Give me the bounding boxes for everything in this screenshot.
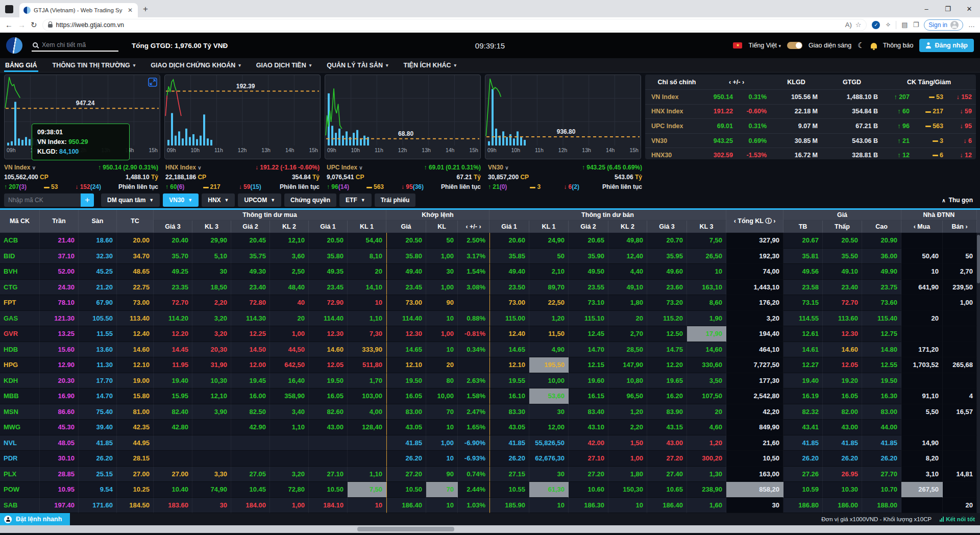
split-screen-icon[interactable]: ❐ bbox=[913, 21, 919, 29]
browser-signin-button[interactable]: Sign in bbox=[924, 19, 963, 31]
board-tab-etf[interactable]: ETF▼ bbox=[339, 193, 372, 207]
nav-item-thông-tin-thị-trường[interactable]: THÔNG TIN THỊ TRƯỜNG▾ bbox=[53, 58, 136, 72]
index-name-selector[interactable]: HNX Index ∨ bbox=[165, 164, 202, 171]
nav-item-giao-dịch-chứng-khoán[interactable]: GIAO DỊCH CHỨNG KHOÁN▾ bbox=[151, 58, 240, 72]
table-row-gas[interactable]: GAS121.30105.50113.40114.203,20114.30201… bbox=[0, 311, 980, 327]
table-row-gvr[interactable]: GVR13.2511.5512.4012.203,2012.251,0012.3… bbox=[0, 326, 980, 342]
window-close-button[interactable]: ✕ bbox=[959, 5, 980, 13]
subheader-0[interactable]: Giá 3 bbox=[154, 221, 192, 233]
table-row-bid[interactable]: BID37.1032.3034.7035.705,1035.753,6035.8… bbox=[0, 249, 980, 264]
collections-icon[interactable]: ▤ bbox=[901, 21, 908, 29]
subheader-2[interactable]: Giá 2 bbox=[231, 221, 270, 233]
table-row-mbb[interactable]: MBB16.9014.7015.8015.9512,1016.00358,901… bbox=[0, 388, 980, 404]
table-row-msn[interactable]: MSN86.6075.4081.0082.403,9082.503,4082.6… bbox=[0, 404, 980, 420]
tab-close-icon[interactable]: ✕ bbox=[127, 7, 134, 14]
index-chart-vn30[interactable]: 936.8009h10h11h12h13h14h15h bbox=[485, 75, 641, 159]
ticker-search[interactable] bbox=[32, 39, 118, 52]
forward-button[interactable]: → bbox=[18, 20, 26, 29]
summary-row-vn-index[interactable]: VN Index950.140.31%105.56 M1,488.10 B↑ 2… bbox=[645, 89, 976, 104]
workspace-icon[interactable] bbox=[5, 5, 13, 13]
index-name-selector[interactable]: VN Index ∨ bbox=[4, 164, 36, 171]
subheader-1[interactable]: KL 3 bbox=[192, 221, 231, 233]
window-minimize-button[interactable]: – bbox=[916, 5, 937, 13]
subheader-13[interactable]: Giá 3 bbox=[647, 221, 687, 233]
board-tab-trái-phiếu[interactable]: Trái phiếu bbox=[375, 193, 416, 207]
header-tc[interactable]: TC bbox=[117, 210, 154, 233]
table-row-hpg[interactable]: HPG12.9011.3012.1011.9531,9012.00642,501… bbox=[0, 357, 980, 373]
horizontal-scrollbar-thumb[interactable] bbox=[357, 527, 454, 531]
header-group-th-ng-tin-d-b-n[interactable]: Thông tin dư bán bbox=[489, 210, 726, 221]
ticker-search-input[interactable] bbox=[42, 41, 103, 48]
horizontal-scrollbar[interactable] bbox=[0, 525, 980, 533]
language-selector[interactable]: Tiếng Việt ▾ bbox=[748, 42, 781, 49]
header-group-th-ng-tin-d-mua[interactable]: Thông tin dư mua bbox=[154, 210, 386, 221]
subheader-14[interactable]: KL 3 bbox=[687, 221, 726, 233]
index-name-selector[interactable]: VN30 ∨ bbox=[488, 164, 509, 171]
board-tab-hnx[interactable]: HNX▼ bbox=[202, 193, 235, 207]
table-row-plx[interactable]: PLX28.8525.1527.0027.003,3027.053,2027.1… bbox=[0, 467, 980, 482]
refresh-button[interactable]: ↻ bbox=[31, 20, 37, 30]
summary-row-vn30[interactable]: VN30943.250.69%30.85 M543.06 B↑ 213↓ 6 bbox=[645, 133, 976, 148]
table-row-sab[interactable]: SAB197.40171.60184.50183.6030184.001,001… bbox=[0, 498, 980, 514]
header-group-kh-p-l-nh[interactable]: Khớp lệnh bbox=[386, 210, 489, 221]
subheader-8[interactable]: ‹ +/- › bbox=[458, 221, 489, 233]
summary-row-hnx30[interactable]: HNX30302.59-1.53%16.72 M328.81 B↑ 126↓ 1… bbox=[645, 148, 976, 159]
new-tab-button[interactable]: + bbox=[143, 4, 148, 14]
back-button[interactable]: ← bbox=[5, 20, 13, 29]
extensions-icon[interactable]: ✧ bbox=[885, 21, 891, 29]
add-ticker-button[interactable]: + bbox=[81, 193, 94, 207]
nav-item-bảng-giá[interactable]: BẢNG GIÁ bbox=[5, 58, 37, 72]
login-button[interactable]: Đăng nhập bbox=[919, 39, 974, 52]
bell-icon[interactable] bbox=[871, 43, 877, 48]
subheader-4[interactable]: Giá 1 bbox=[309, 221, 348, 233]
favorite-star-icon[interactable]: ☆ bbox=[855, 21, 862, 29]
add-ticker-input[interactable] bbox=[4, 193, 81, 207]
read-aloud-icon[interactable]: A) bbox=[845, 21, 852, 29]
board-tab-vn30[interactable]: VN30▼ bbox=[163, 193, 199, 207]
notification-label[interactable]: Thông báo bbox=[883, 42, 914, 49]
subheader-7[interactable]: KL bbox=[426, 221, 458, 233]
header-mã-ck[interactable]: Mã CK bbox=[0, 210, 40, 233]
subheader-17[interactable]: Cao bbox=[862, 221, 901, 233]
table-row-pow[interactable]: POW10.959.5410.2510.4074,9010.4572,8010.… bbox=[0, 482, 980, 498]
quick-order-button[interactable]: Đặt lệnh nhanh bbox=[0, 513, 70, 525]
nav-item-quản-lý-tài-sản[interactable]: QUẢN LÝ TÀI SẢN▾ bbox=[327, 58, 388, 72]
subheader-10[interactable]: KL 1 bbox=[529, 221, 569, 233]
subheader-5[interactable]: KL 1 bbox=[348, 221, 386, 233]
subheader-11[interactable]: Giá 2 bbox=[569, 221, 608, 233]
subheader-6[interactable]: Giá bbox=[386, 221, 426, 233]
browser-menu-button[interactable]: … bbox=[968, 21, 975, 29]
table-row-nvl[interactable]: NVL48.0541.8544.9541.851,00-6.90%41.8555… bbox=[0, 435, 980, 451]
subheader-9[interactable]: Giá 1 bbox=[489, 221, 529, 233]
table-row-pdr[interactable]: PDR30.1026.2028.1526.2010-6.93%26.2062,6… bbox=[0, 451, 980, 467]
board-tab-chứng-quyền[interactable]: Chứng quyền bbox=[284, 193, 336, 207]
subheader-18[interactable]: ‹ Mua bbox=[901, 221, 943, 233]
expand-icon[interactable] bbox=[148, 78, 157, 87]
summary-row-hnx-index[interactable]: HNX Index191.22-0.60%22.18 M354.84 B↑ 60… bbox=[645, 104, 976, 119]
nav-item-giao-dịch-tiền[interactable]: GIAO DỊCH TIỀN▾ bbox=[256, 58, 311, 72]
board-tab-dm-quan-tâm[interactable]: DM quan tâm▼ bbox=[101, 193, 160, 207]
table-row-hdb[interactable]: HDB15.6013.6014.6014.4520,3014.5044,5014… bbox=[0, 342, 980, 358]
gtja-logo[interactable] bbox=[6, 37, 22, 54]
vertical-scrollbar[interactable] bbox=[977, 233, 980, 513]
table-row-bvh[interactable]: BVH52.0045.2548.6549.253049.302,5049.352… bbox=[0, 264, 980, 280]
subheader-15[interactable]: TB bbox=[783, 221, 823, 233]
table-row-mwg[interactable]: MWG45.3039.4042.3542.8042.901,1043.00128… bbox=[0, 420, 980, 435]
header-group-gi-[interactable]: Giá bbox=[783, 210, 901, 221]
index-chart-upc-index[interactable]: 68.8009h10h11h12h13h14h15h bbox=[325, 75, 481, 159]
subheader-12[interactable]: KL 2 bbox=[608, 221, 647, 233]
table-row-kdh[interactable]: KDH20.3017.7019.0019.4010,3019.4516,4019… bbox=[0, 373, 980, 389]
header-group-nh-tnn[interactable]: Nhà ĐTNN bbox=[901, 210, 977, 221]
moon-icon[interactable]: ☾ bbox=[857, 41, 864, 50]
index-chart-hnx-index[interactable]: 192.3909h10h11h12h13h14h15h bbox=[164, 75, 321, 159]
collapse-button[interactable]: ∧Thu gọn bbox=[942, 197, 976, 204]
table-row-acb[interactable]: ACB21.4018.6020.0020.4029,9020.4512,1020… bbox=[0, 233, 980, 249]
subheader-3[interactable]: KL 2 bbox=[270, 221, 309, 233]
summary-row-upc-index[interactable]: UPC Index69.010.31%9.07 M67.21 B↑ 96563↓… bbox=[645, 118, 976, 133]
header-group--t-ng-kl-[interactable]: ‹ Tổng KL ⓘ › bbox=[726, 210, 783, 233]
table-row-ctg[interactable]: CTG24.3021.2022.7523.3518,5023.4048,4023… bbox=[0, 280, 980, 296]
header-sàn[interactable]: Sàn bbox=[79, 210, 117, 233]
subheader-16[interactable]: Thấp bbox=[823, 221, 862, 233]
subheader-19[interactable]: Bán › bbox=[943, 221, 977, 233]
browser-tab[interactable]: GTJA (Vietnam) - Web Trading Sy ✕ bbox=[19, 3, 138, 17]
